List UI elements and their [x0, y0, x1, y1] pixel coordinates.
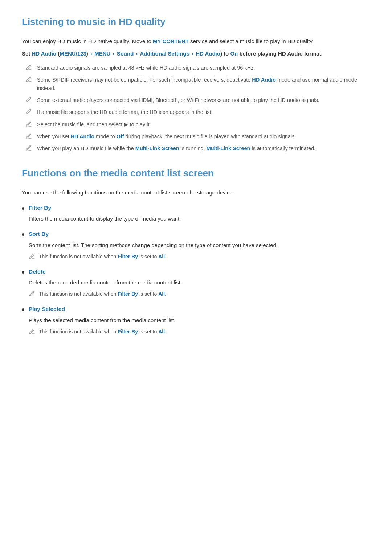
pencil-icon-delete — [29, 291, 36, 298]
play-selected-label[interactable]: Play Selected — [29, 305, 65, 314]
bullet-dot-delete — [22, 271, 24, 274]
sort-by-desc: Sorts the content list. The sorting meth… — [29, 241, 370, 250]
hd-audio-link-2[interactable]: HD Audio — [196, 50, 220, 57]
note-text-2: Some S/PDIF receivers may not be compati… — [37, 76, 370, 93]
play-selected-desc: Plays the selected media content from th… — [29, 316, 370, 325]
note-text-1: Standard audio signals are sampled at 48… — [37, 64, 255, 72]
filter-by-delete-link[interactable]: Filter By — [118, 291, 138, 297]
sort-by-sub-note: This function is not available when Filt… — [29, 253, 370, 260]
delete-note-text: This function is not available when Filt… — [39, 290, 166, 298]
pencil-icon-play-selected — [29, 328, 36, 336]
arrow-1: › — [90, 50, 92, 57]
bullet-dot-sort-by — [22, 233, 24, 236]
note-text-6: When you set HD Audio mode to Off during… — [37, 132, 296, 141]
filter-by-desc: Filters the media content to display the… — [29, 214, 370, 223]
note-text-7: When you play an HD music file while the… — [37, 144, 315, 153]
path-line: Set HD Audio (MENU/123) › MENU › Sound ›… — [22, 49, 370, 58]
note-item-2: Some S/PDIF receivers may not be compati… — [22, 76, 370, 93]
bullet-filter-by: Filter By Filters the media content to d… — [22, 204, 370, 223]
all-sort-link[interactable]: All — [158, 254, 165, 259]
bullet-sort-by: Sort By Sorts the content list. The sort… — [22, 230, 370, 260]
pencil-icon-sort-by — [29, 253, 36, 260]
off-note6-link[interactable]: Off — [117, 134, 124, 139]
additional-settings-link[interactable]: Additional Settings — [140, 50, 189, 57]
note-text-3: Some external audio players connected vi… — [37, 96, 319, 104]
arrow-4: › — [192, 50, 193, 57]
delete-desc: Deletes the recorded media content from … — [29, 278, 370, 287]
bullet-dot-filter-by — [22, 207, 24, 210]
pencil-icon-2 — [25, 76, 33, 84]
bullet-filter-by-title: Filter By — [22, 204, 370, 213]
delete-label[interactable]: Delete — [29, 267, 46, 276]
filter-by-play-link[interactable]: Filter By — [118, 329, 138, 335]
section2-intro: You can use the following functions on t… — [22, 188, 370, 197]
multi-link-screen-link-2[interactable]: Multi-Link Screen — [207, 145, 250, 151]
filter-by-label[interactable]: Filter By — [29, 204, 51, 213]
sort-by-label[interactable]: Sort By — [29, 230, 49, 239]
play-selected-sub-note: This function is not available when Filt… — [29, 328, 370, 336]
filter-by-sort-link[interactable]: Filter By — [118, 254, 138, 259]
sound-link[interactable]: Sound — [117, 50, 134, 57]
section1-title: Listening to music in HD quality — [22, 15, 370, 31]
pencil-icon-1 — [25, 64, 33, 72]
pencil-icon-6 — [25, 133, 33, 141]
note-item-7: When you play an HD music file while the… — [22, 144, 370, 153]
menu123-link[interactable]: MENU/123 — [60, 50, 86, 57]
arrow-2: › — [113, 50, 115, 57]
hd-audio-note6-link[interactable]: HD Audio — [71, 134, 95, 139]
note-text-4: If a music file supports the HD audio fo… — [37, 108, 213, 116]
my-content-link[interactable]: MY CONTENT — [153, 38, 189, 44]
note-item-5: Select the music file, and then select ▶… — [22, 120, 370, 129]
note-item-3: Some external audio players connected vi… — [22, 96, 370, 104]
pencil-icon-4 — [25, 108, 33, 116]
all-delete-link[interactable]: All — [158, 291, 165, 297]
bullet-sort-by-title: Sort By — [22, 230, 370, 239]
bullet-dot-play-selected — [22, 308, 24, 311]
section1-notes: Standard audio signals are sampled at 48… — [22, 64, 370, 153]
pencil-icon-3 — [25, 97, 33, 104]
note-text-5: Select the music file, and then select ▶… — [37, 120, 151, 129]
pencil-icon-7 — [25, 145, 33, 153]
note-item-4: If a music file supports the HD audio fo… — [22, 108, 370, 116]
arrow-3: › — [136, 50, 138, 57]
section2-title: Functions on the media content list scre… — [22, 166, 370, 182]
delete-sub-note: This function is not available when Filt… — [29, 290, 370, 298]
hd-audio-note2-link[interactable]: HD Audio — [252, 77, 276, 83]
bullet-play-selected: Play Selected Plays the selected media c… — [22, 305, 370, 336]
pencil-icon-5 — [25, 121, 33, 129]
bullet-delete-title: Delete — [22, 267, 370, 276]
on-link[interactable]: On — [230, 50, 238, 57]
multi-link-screen-link-1[interactable]: Multi-Link Screen — [135, 145, 179, 151]
note-item-1: Standard audio signals are sampled at 48… — [22, 64, 370, 72]
menu-link[interactable]: MENU — [94, 50, 110, 57]
note-item-6: When you set HD Audio mode to Off during… — [22, 132, 370, 141]
hd-audio-link-1[interactable]: HD Audio — [32, 50, 57, 57]
bullet-delete: Delete Deletes the recorded media conten… — [22, 267, 370, 298]
bullet-play-selected-title: Play Selected — [22, 305, 370, 314]
section1-intro: You can enjoy HD music in HD native qual… — [22, 37, 370, 46]
all-play-link[interactable]: All — [158, 329, 165, 335]
sort-by-note-text: This function is not available when Filt… — [39, 253, 166, 260]
play-selected-note-text: This function is not available when Filt… — [39, 328, 166, 336]
